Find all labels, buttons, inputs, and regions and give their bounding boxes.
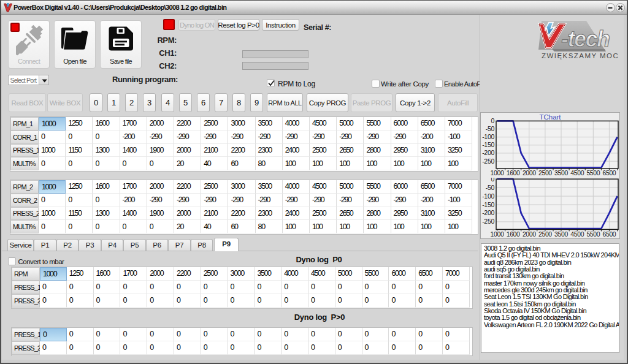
- svg-text:3500: 3500: [554, 169, 568, 176]
- svg-text:5500: 5500: [586, 230, 600, 238]
- svg-text:1600: 1600: [507, 169, 520, 176]
- svg-text:-150: -150: [482, 201, 494, 208]
- svg-text:0: 0: [491, 117, 494, 124]
- svg-text:3500: 3500: [554, 230, 568, 238]
- svg-text:ZWIĘKSZAMY MOC: ZWIĘKSZAMY MOC: [542, 52, 619, 59]
- svg-text:4500: 4500: [570, 169, 584, 176]
- svg-text:1000: 1000: [491, 230, 504, 238]
- svg-text:4500: 4500: [570, 230, 584, 238]
- svg-text:-50: -50: [486, 125, 495, 132]
- svg-text:5500: 5500: [586, 169, 600, 176]
- svg-text:1600: 1600: [507, 230, 520, 238]
- svg-text:-250: -250: [482, 218, 494, 225]
- svg-text:6500: 6500: [603, 169, 616, 176]
- svg-text:0: 0: [491, 178, 494, 183]
- svg-text:2500: 2500: [538, 230, 552, 238]
- svg-text:6500: 6500: [603, 230, 616, 238]
- svg-text:2000: 2000: [523, 169, 536, 176]
- svg-text:2000: 2000: [523, 230, 536, 238]
- svg-text:-100: -100: [482, 192, 494, 200]
- svg-text:-150: -150: [482, 141, 494, 148]
- svg-text:-50: -50: [486, 184, 495, 191]
- svg-text:2500: 2500: [538, 169, 552, 176]
- svg-text:-200: -200: [482, 149, 494, 156]
- svg-text:-200: -200: [482, 209, 494, 216]
- svg-text:-100: -100: [482, 133, 494, 140]
- svg-text:-250: -250: [482, 157, 494, 165]
- svg-text:-tech: -tech: [561, 26, 610, 51]
- svg-text:1000: 1000: [491, 169, 504, 176]
